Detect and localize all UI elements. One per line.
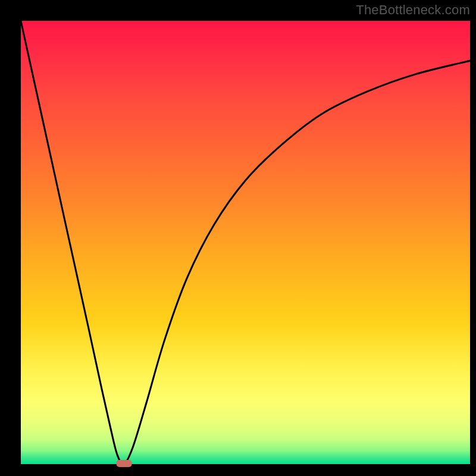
chart-background-gradient bbox=[21, 21, 470, 464]
minimum-marker bbox=[117, 460, 132, 467]
bottleneck-chart bbox=[0, 0, 476, 476]
